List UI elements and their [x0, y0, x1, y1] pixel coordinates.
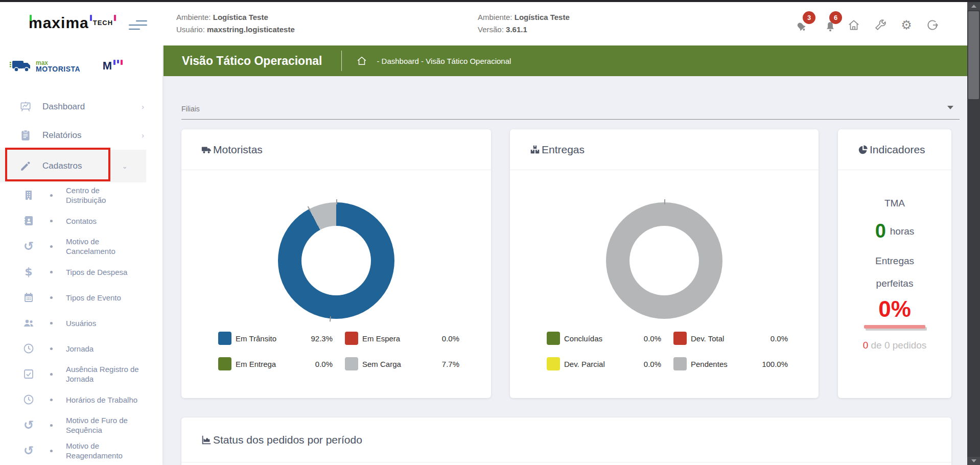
- logo-motorista-text: MOTORISTA: [36, 66, 80, 72]
- motoristas-card-header: Motoristas: [181, 129, 491, 170]
- sidebar-subitem-tipos-despesa[interactable]: $ Tipos de Despesa: [0, 259, 162, 285]
- bullet-icon: [50, 245, 53, 248]
- sidebar-item-label: Relatórios: [42, 130, 82, 141]
- filiais-select[interactable]: Filiais: [181, 97, 960, 120]
- window-top-strip: [0, 0, 980, 2]
- sidebar-menu: Dashboard › Relatórios › Cadastros ⌄ Cen…: [0, 92, 162, 465]
- ambiente-value: Logística Teste: [213, 13, 268, 21]
- sidebar-subitem-motivo-cancelamento[interactable]: ↺ Motivo de Cancelamento: [0, 234, 162, 259]
- scrollbar-down-arrow[interactable]: [967, 457, 980, 465]
- motoristas-legend: Em Trânsito 92.3% Em Espera 0.0% Em Entr…: [218, 332, 462, 370]
- sidebar-toggle-button[interactable]: [129, 20, 148, 31]
- clock-icon: [22, 393, 35, 406]
- usuario-label: Usuário:: [176, 25, 205, 34]
- indicadores-card-title: Indicadores: [870, 144, 925, 156]
- sidebar-subitem-motivo-reagendamento[interactable]: ↺ Motivo de Reagendamento: [0, 438, 162, 463]
- sidebar-subitem-label: Usuários: [66, 318, 96, 328]
- sidebar-subitem-label: Tipos de Evento: [66, 293, 121, 303]
- brand-tick-green-icon: [30, 15, 32, 21]
- sidebar-item-cadastros[interactable]: Cadastros ⌄: [0, 150, 146, 182]
- pencil-icon: [19, 159, 32, 173]
- sidebar-item-relatorios[interactable]: Relatórios ›: [0, 121, 162, 150]
- checkbox-icon: [22, 368, 35, 380]
- ambiente-label: Ambiente:: [176, 13, 211, 21]
- legend-value: 0.0%: [771, 334, 791, 343]
- sidebar-item-label: Cadastros: [42, 161, 82, 171]
- versao-label: Versão:: [478, 25, 504, 34]
- sidebar: max MOTORISTA M Dashboard › Relatórios ›: [0, 45, 162, 465]
- indicadores-card-header: Indicadores: [838, 129, 951, 170]
- undo-icon: ↺: [22, 445, 35, 457]
- bullet-icon: [50, 271, 53, 273]
- sidebar-subitem-tipos-evento[interactable]: Tipos de Evento: [0, 285, 162, 310]
- vertical-scrollbar[interactable]: [967, 2, 980, 465]
- area-chart-icon: [201, 434, 212, 446]
- sidebar-subitem-motivo-furo[interactable]: ↺ Motivo de Furo de Sequência: [0, 412, 162, 438]
- m-tick-pink-icon: [121, 60, 123, 65]
- select-underline: [181, 119, 960, 120]
- entregas-card: Entregas Concluídas 0.0% Dev. Total 0.0%…: [510, 129, 819, 398]
- undo-icon: ↺: [22, 240, 35, 252]
- sidebar-subitem-horarios-trabalho[interactable]: Horários de Trabalho: [0, 387, 162, 412]
- undo-icon: ↺: [22, 419, 35, 431]
- building-icon: [22, 189, 35, 201]
- environment-user-info: Ambiente: Logística Teste Usuário: maxst…: [176, 11, 295, 36]
- gear-icon[interactable]: ⚙: [900, 18, 913, 32]
- pie-chart-icon: [857, 144, 869, 155]
- wrench-icon[interactable]: [874, 18, 887, 32]
- dollar-icon: $: [22, 266, 35, 278]
- truck-icon: [201, 144, 212, 155]
- legend-swatch: [345, 357, 358, 370]
- legend-swatch: [345, 332, 358, 345]
- sidebar-subitem-jornada[interactable]: Jornada: [0, 336, 162, 361]
- home-icon[interactable]: [847, 18, 860, 32]
- legend-swatch: [673, 332, 687, 345]
- orders-value: 0: [863, 340, 869, 351]
- scrollbar-thumb[interactable]: [968, 11, 979, 99]
- bell-badge: 6: [829, 11, 842, 24]
- entregas-card-title: Entregas: [542, 144, 585, 156]
- main-content: Filiais Motoristas Em Trânsito 92.3%: [164, 76, 967, 465]
- logout-icon[interactable]: [926, 18, 939, 32]
- legend-swatch: [218, 357, 231, 370]
- legend-value: 0.0%: [315, 360, 336, 368]
- sidebar-subitem-ausencia-registro[interactable]: Ausência Registro de Jornada: [0, 361, 162, 387]
- title-divider: [341, 51, 342, 71]
- brand-sub: TECH: [93, 19, 113, 27]
- page-title: Visão Tático Operacional: [182, 54, 322, 68]
- sidebar-subitem-contatos[interactable]: Contatos: [0, 208, 162, 234]
- dropdown-caret-icon: [947, 106, 953, 109]
- legend-label: Pendentes: [691, 360, 728, 368]
- topbar: maximaTECH Ambiente: Logística Teste Usu…: [0, 2, 967, 45]
- indicadores-card: Indicadores TMA 0 horas Entregas perfeit…: [838, 129, 951, 398]
- legend-value: 0.0%: [644, 360, 664, 368]
- scrollbar-up-arrow[interactable]: [967, 2, 980, 10]
- sidebar-subitem-label: Tipos de Despesa: [66, 267, 127, 277]
- m-tick-blue2-icon: [117, 60, 119, 63]
- sidebar-subitem-label: Motivo de Furo de Sequência: [66, 415, 128, 435]
- donut-label-tick: [336, 199, 337, 204]
- environment-version-info: Ambiente: Logística Teste Versão: 3.61.1: [478, 11, 570, 36]
- sidebar-item-label: Dashboard: [42, 102, 85, 112]
- chevron-right-icon: ›: [142, 103, 144, 111]
- orders-rest: de 0 pedidos: [868, 340, 926, 351]
- status-card-header: Status dos pedidos por período: [181, 417, 951, 462]
- m-mark-letter: M: [103, 59, 112, 73]
- legend-label: Sem Carga: [362, 360, 401, 368]
- tma-value: 0: [875, 220, 886, 242]
- legend-value: 0.0%: [644, 334, 664, 343]
- sidebar-subitem-usuarios[interactable]: Usuários: [0, 310, 162, 336]
- dashboard-chart-icon: [19, 100, 32, 113]
- ambiente-value: Logística Teste: [515, 13, 570, 21]
- sidebar-subitem-label: Horários de Trabalho: [66, 395, 137, 405]
- max-motorista-logo: max MOTORISTA M: [0, 45, 162, 78]
- entregas-donut-chart[interactable]: [606, 202, 722, 319]
- breadcrumb-home-icon[interactable]: [356, 55, 367, 66]
- legend-swatch: [547, 332, 560, 345]
- legend-item: Sem Carga 7.7%: [345, 357, 462, 370]
- sidebar-subitem-label: Motivo de Cancelamento: [66, 237, 115, 256]
- sidebar-subitem-label: Ausência Registro de Jornada: [66, 364, 139, 384]
- sidebar-subitem-centro-distribuicao[interactable]: Centro de Distribuição: [0, 182, 162, 208]
- motoristas-donut-chart[interactable]: [278, 202, 394, 319]
- sidebar-item-dashboard[interactable]: Dashboard ›: [0, 92, 162, 121]
